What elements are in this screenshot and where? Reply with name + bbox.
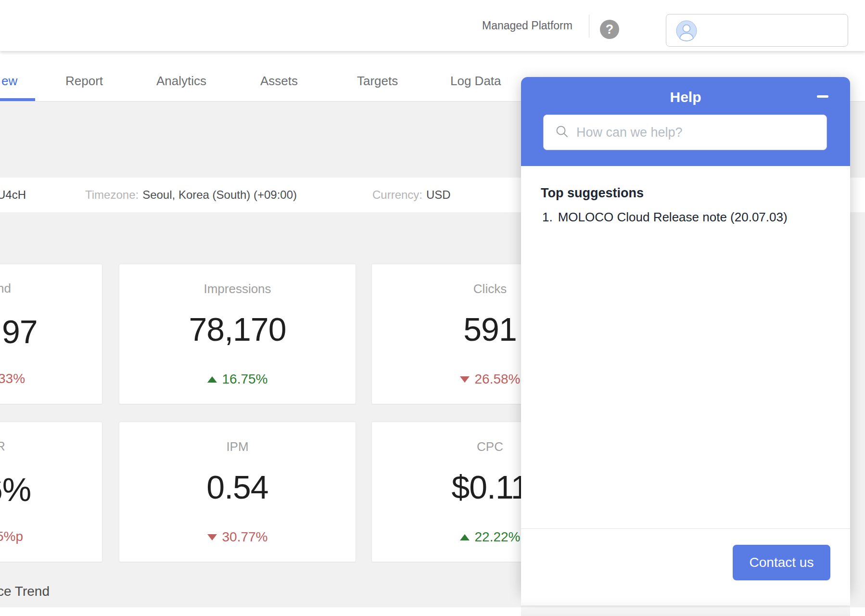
ctr-delta-fragment: 5%p <box>0 529 23 544</box>
tab-analytics[interactable]: Analytics <box>156 74 206 89</box>
minus-icon <box>817 95 828 98</box>
impressions-value: 78,170 <box>119 310 356 348</box>
contact-us-button[interactable]: Contact us <box>733 545 830 580</box>
tab-report[interactable]: Report <box>65 74 103 89</box>
impressions-delta: 16.75% <box>119 371 356 387</box>
impressions-label: Impressions <box>119 282 356 296</box>
delta-down-icon <box>460 376 470 383</box>
ctr-value-fragment: 6% <box>0 471 31 508</box>
tab-overview[interactable]: ew <box>1 74 17 89</box>
ctr-label-fragment: R <box>0 439 5 454</box>
ipm-value: 0.54 <box>119 468 356 506</box>
ipm-delta: 30.77% <box>119 529 356 545</box>
suggestion-index: 1. <box>542 210 553 225</box>
performance-trend-heading-fragment: ce Trend <box>0 584 50 599</box>
spend-delta-fragment: 33% <box>0 371 25 386</box>
ipm-label: IPM <box>119 439 356 454</box>
impressions-delta-value: 16.75% <box>222 372 268 387</box>
cpc-delta-value: 22.22% <box>475 529 521 545</box>
help-panel-header: Help <box>521 77 850 166</box>
metric-card-ipm: IPM 0.54 30.77% <box>119 422 356 562</box>
currency-info: Currency: USD <box>372 188 451 202</box>
timezone-label: Timezone: <box>85 188 139 202</box>
top-header: Managed Platform ? <box>0 0 865 51</box>
question-mark-glyph: ? <box>606 22 614 37</box>
minimize-button[interactable] <box>813 90 832 103</box>
help-panel-title: Help <box>521 89 850 105</box>
help-search-input[interactable] <box>576 125 817 140</box>
managed-platform-label: Managed Platform <box>482 19 572 32</box>
campaign-id-fragment: U4cH <box>0 188 26 202</box>
delta-down-icon <box>207 534 217 540</box>
timezone-info: Timezone: Seoul, Korea (South) (+09:00) <box>85 188 297 202</box>
avatar-icon <box>676 20 697 41</box>
tab-log-data[interactable]: Log Data <box>450 74 501 89</box>
active-tab-underline <box>0 98 35 101</box>
header-divider <box>589 14 589 38</box>
spend-label-fragment: nd <box>0 281 11 296</box>
clicks-delta-value: 26.58% <box>475 372 521 387</box>
suggestion-text: MOLOCO Cloud Release note (20.07.03) <box>558 210 788 225</box>
metric-card-impressions: Impressions 78,170 16.75% <box>119 264 356 404</box>
help-icon[interactable]: ? <box>600 20 619 39</box>
spend-value-fragment: .97 <box>0 313 38 350</box>
help-panel-footer: Contact us <box>521 528 850 593</box>
delta-up-icon <box>207 376 217 383</box>
tab-targets[interactable]: Targets <box>357 74 398 89</box>
delta-up-icon <box>460 534 470 540</box>
help-search-box[interactable] <box>543 115 827 150</box>
help-panel: Help Top suggestions 1. MOLOCO Cloud Rel… <box>521 77 850 593</box>
currency-label: Currency: <box>372 188 422 202</box>
currency-value: USD <box>426 188 451 202</box>
tab-assets[interactable]: Assets <box>260 74 298 89</box>
suggestion-item[interactable]: 1. MOLOCO Cloud Release note (20.07.03) <box>542 210 788 225</box>
timezone-value: Seoul, Korea (South) (+09:00) <box>142 188 297 202</box>
account-box[interactable] <box>666 14 848 47</box>
search-icon <box>555 125 569 140</box>
top-suggestions-heading: Top suggestions <box>541 186 644 201</box>
scroll-shadow <box>521 598 850 616</box>
ipm-delta-value: 30.77% <box>222 529 268 545</box>
